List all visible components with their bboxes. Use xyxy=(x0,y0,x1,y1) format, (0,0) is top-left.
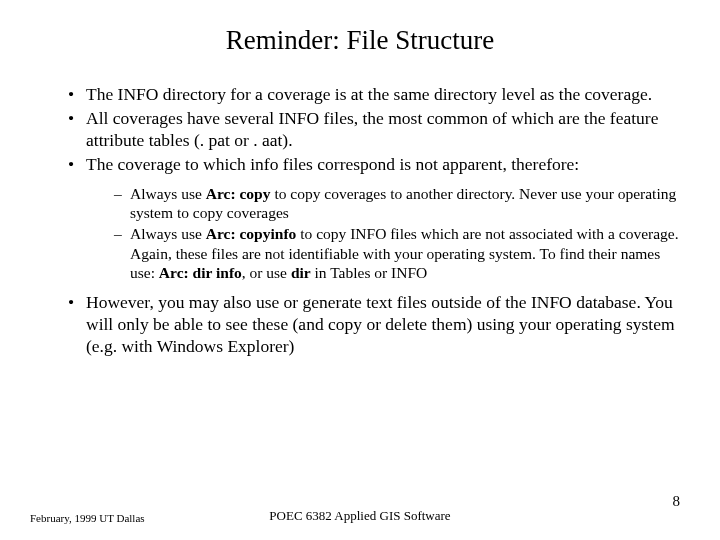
slide-number: 8 xyxy=(673,493,681,510)
sub-bullet-item: Always use Arc: copy to copy coverages t… xyxy=(114,184,680,223)
bold-run: Arc: copy xyxy=(206,185,271,202)
text-run: Always use xyxy=(130,225,206,242)
bullet-item: The INFO directory for a coverage is at … xyxy=(68,84,680,106)
text-run: in Tables or INFO xyxy=(311,264,428,281)
bold-run: Arc: dir info xyxy=(159,264,242,281)
bullet-item: However, you may also use or generate te… xyxy=(68,292,680,358)
text-run: Always use xyxy=(130,185,206,202)
bold-run: dir xyxy=(291,264,311,281)
main-bullet-list: The INFO directory for a coverage is at … xyxy=(68,84,680,358)
sub-bullet-list: Always use Arc: copy to copy coverages t… xyxy=(114,184,680,283)
bullet-item: All coverages have several INFO files, t… xyxy=(68,108,680,152)
footer-course: POEC 6382 Applied GIS Software xyxy=(0,508,720,524)
bullet-item: The coverage to which info files corresp… xyxy=(68,154,680,283)
bullet-text: The coverage to which info files corresp… xyxy=(86,154,579,174)
sub-bullet-item: Always use Arc: copyinfo to copy INFO fi… xyxy=(114,224,680,282)
bold-run: Arc: copyinfo xyxy=(206,225,297,242)
text-run: , or use xyxy=(242,264,291,281)
slide-title: Reminder: File Structure xyxy=(40,25,680,56)
